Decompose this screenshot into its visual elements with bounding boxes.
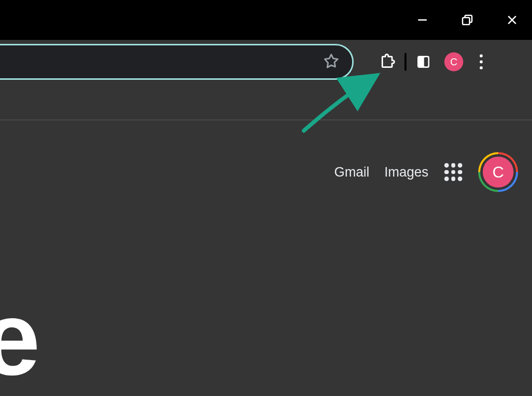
maximize-icon <box>460 13 474 27</box>
sidepanel-icon <box>415 54 431 70</box>
profile-initial: C <box>450 56 457 68</box>
profile-avatar-small[interactable]: C <box>444 52 463 71</box>
account-initial: C <box>492 163 504 182</box>
dot-icon <box>480 66 483 69</box>
window-titlebar <box>0 0 532 40</box>
window-close-button[interactable] <box>501 9 523 31</box>
toolbar-separator <box>404 53 406 71</box>
extensions-button[interactable] <box>376 50 399 74</box>
svg-rect-6 <box>424 57 428 67</box>
dot-icon <box>480 60 483 63</box>
google-apps-button[interactable] <box>443 162 463 182</box>
chrome-menu-button[interactable] <box>471 52 491 72</box>
account-avatar: C <box>483 157 514 188</box>
extensions-icon <box>379 53 397 71</box>
sidepanel-button[interactable] <box>411 50 435 74</box>
bookmark-star-icon[interactable] <box>322 52 340 72</box>
window-minimize-button[interactable] <box>411 9 433 31</box>
minimize-icon <box>416 13 429 26</box>
window-maximize-button[interactable] <box>456 9 478 31</box>
images-link[interactable]: Images <box>384 165 428 180</box>
dot-icon <box>480 54 483 57</box>
toolbar-actions: C <box>372 50 494 74</box>
close-icon <box>506 13 519 26</box>
gmail-link[interactable]: Gmail <box>334 165 370 180</box>
address-bar[interactable] <box>0 44 354 80</box>
google-account-button[interactable]: C <box>478 152 518 192</box>
browser-toolbar: C <box>0 40 532 84</box>
logo-fragment: e <box>0 286 40 391</box>
page-header: Gmail Images C <box>0 120 532 192</box>
svg-rect-2 <box>463 17 470 24</box>
